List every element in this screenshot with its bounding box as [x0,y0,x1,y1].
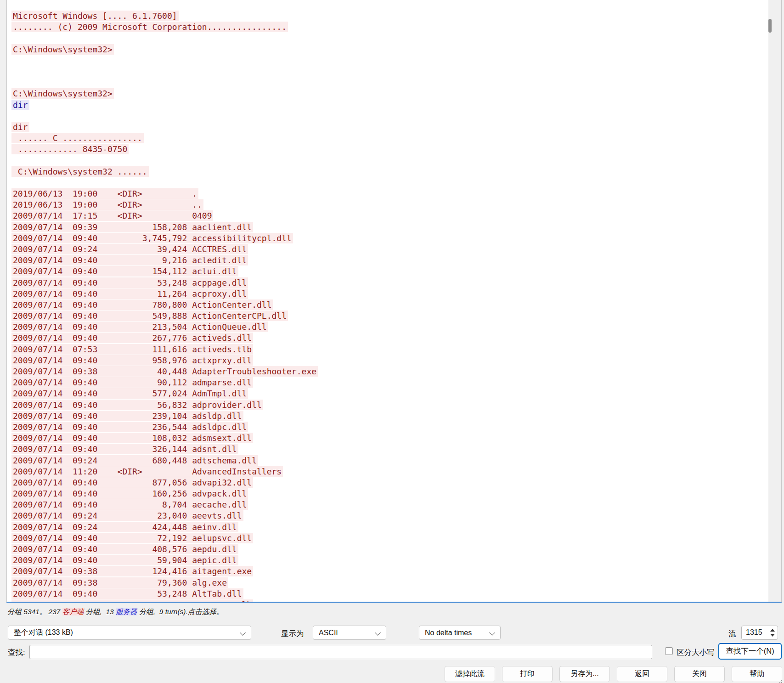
stream-line: 2009/07/14 17:15 <DIR> 0409 [11,210,768,221]
follow-stream-window: { "stream": { "lines": [ {"peer":"client… [0,0,784,683]
stream-line: 2009/07/14 09:24 23,040 aeevts.dll [11,510,768,521]
case-sensitive-checkbox[interactable] [665,647,673,655]
vertical-scrollbar[interactable] [768,0,781,602]
help-button[interactable]: 帮助 [732,666,782,682]
stream-line: 2009/07/14 07:53 111,616 activeds.tlb [11,344,768,355]
stream-line [11,77,768,88]
stream-line: ............ 8435-0750 [11,144,768,155]
stream-text-pane[interactable]: Microsoft Windows [.... 6.1.7600].......… [6,0,782,603]
stream-line: 2009/07/14 09:40 56,832 adprovider.dll [11,400,768,411]
case-sensitive-label: 区分大小写 [677,648,715,658]
status-segment-client: 客户端 [62,608,84,615]
stream-line: 2009/07/14 09:40 213,504 ActionQueue.dll [11,322,768,333]
close-button[interactable]: 关闭 [674,666,725,682]
stream-line: 2009/07/14 09:39 158,208 aaclient.dll [11,222,768,233]
stream-line: 2009/07/14 09:40 59,904 aepic.dll [11,555,768,566]
stream-number-spinner[interactable]: 1315 [741,626,778,640]
delta-times-select[interactable]: No delta times [419,626,501,640]
stream-number-label: 流 [728,629,736,639]
spinner-up-icon[interactable] [770,629,775,632]
spinner-down-icon[interactable] [770,634,775,637]
find-label: 查找: [8,648,25,658]
print-button[interactable]: 打印 [502,666,553,682]
status-segment-plain: 分组, 13 [84,608,116,615]
show-as-value: ASCII [319,629,338,637]
stream-line: 2009/07/14 09:40 90,112 admparse.dll [11,377,768,388]
stream-line: 2009/07/14 09:40 53,248 acppage.dll [11,277,768,288]
status-segment-plain: 分组 5341。 237 [7,608,62,615]
stream-line: 2009/07/14 09:40 154,112 aclui.dll [11,266,768,277]
stream-line: 2009/07/14 09:40 577,024 AdmTmpl.dll [11,388,768,399]
stream-line: 2009/07/14 09:38 124,416 aitagent.exe [11,566,768,577]
filter-out-stream-button[interactable]: 滤掉此流 [445,666,495,682]
stream-line [11,33,768,44]
stream-line: 2009/07/14 09:38 40,448 AdapterTroublesh… [11,366,768,377]
save-as-button[interactable]: 另存为... [559,666,610,682]
delta-times-value: No delta times [425,629,472,637]
stream-line: dir [11,100,768,111]
stream-line: 2019/06/13 19:00 <DIR> . [11,188,768,199]
status-segment-server: 服务器 [116,608,137,615]
stream-line: dir [11,122,768,133]
status-segment-plain: 分组, 9 turn(s).点击选择。 [137,608,224,615]
stream-line: 2009/07/14 09:40 160,256 advpack.dll [11,488,768,499]
stream-line: 2009/07/14 09:40 780,800 ActionCenter.dl… [11,299,768,310]
stream-text[interactable]: Microsoft Windows [.... 6.1.7600].......… [7,0,768,602]
conversation-range-select[interactable]: 整个对话 (133 kB) [8,626,251,640]
stream-line: 2009/07/14 09:40 11,264 acproxy.dll [11,288,768,299]
stream-line: C:\Windows\system32> [11,44,768,55]
stream-line [11,155,768,166]
stream-line: 2009/07/14 09:40 408,576 aepdu.dll [11,544,768,555]
stream-line: 2009/07/14 09:40 549,888 ActionCenterCPL… [11,310,768,322]
stream-line: C:\Windows\system32 ...... [11,166,768,177]
stream-line: 2009/07/14 09:40 958,976 actxprxy.dll [11,355,768,366]
chevron-down-icon [240,630,246,636]
stream-line: 2019/06/13 19:00 <DIR> .. [11,199,768,210]
find-input[interactable] [29,645,652,659]
stream-line: 2009/07/14 09:40 236,544 adsldpc.dll [11,422,768,433]
stream-line: 2009/07/14 09:40 326,144 adsnt.dll [11,444,768,455]
stream-number-value: 1315 [746,628,762,637]
stream-line: 2009/07/14 09:40 239,104 adsldp.dll [11,411,768,422]
stream-line: 2009/07/14 09:40 72,192 aelupsvc.dll [11,533,768,544]
stream-line: 2009/07/14 09:38 79,360 alg.exe [11,577,768,588]
stream-line [11,177,768,188]
show-as-select[interactable]: ASCII [313,626,386,640]
stream-line: 2009/07/14 09:24 680,448 adtschema.dll [11,455,768,466]
stream-line: 2009/07/14 11:20 <DIR> AdvancedInstaller… [11,466,768,477]
stream-line: Microsoft Windows [.... 6.1.7600] [11,11,768,22]
stream-line [11,66,768,77]
stream-line: 2009/07/14 09:40 3,745,792 accessibility… [11,233,768,244]
chevron-down-icon [489,630,495,636]
stream-line [11,111,768,122]
stream-line [11,55,768,66]
conversation-range-value: 整个对话 (133 kB) [14,628,73,638]
stream-line: 2009/07/14 09:40 8,704 aecache.dll [11,499,768,510]
scrollbar-thumb[interactable] [768,19,772,33]
stream-line: ........ (c) 2009 Microsoft Corporation.… [11,22,768,33]
stream-line: 2009/07/14 09:40 267,776 activeds.dll [11,333,768,344]
back-button[interactable]: 返回 [617,666,667,682]
stream-line: 2009/07/14 09:24 424,448 aeinv.dll [11,522,768,533]
footer-button-bar: 滤掉此流打印另存为...返回关闭帮助 [445,666,782,682]
show-as-label: 显示为 [281,629,304,639]
stream-line: 2009/07/14 09:40 9,216 acledit.dll [11,255,768,266]
find-next-button[interactable]: 查找下一个(N) [718,643,782,660]
stream-summary-status: 分组 5341。 237 客户端 分组, 13 服务器 分组, 9 turn(s… [7,607,223,617]
stream-line: ...... C ................ [11,133,768,144]
stream-line: 2009/07/14 04:49 18,432 amcompat.tlb [11,599,768,602]
stream-line: 2009/07/14 09:24 39,424 ACCTRES.dll [11,244,768,255]
stream-line: 2009/07/14 09:40 108,032 adsmsext.dll [11,433,768,444]
stream-line: 2009/07/14 09:40 53,248 AltTab.dll [11,588,768,599]
chevron-down-icon [375,630,381,636]
stream-line: 2009/07/14 09:40 877,056 advapi32.dll [11,477,768,488]
stream-line: C:\Windows\system32> [11,88,768,99]
resize-grip[interactable] [781,680,782,681]
